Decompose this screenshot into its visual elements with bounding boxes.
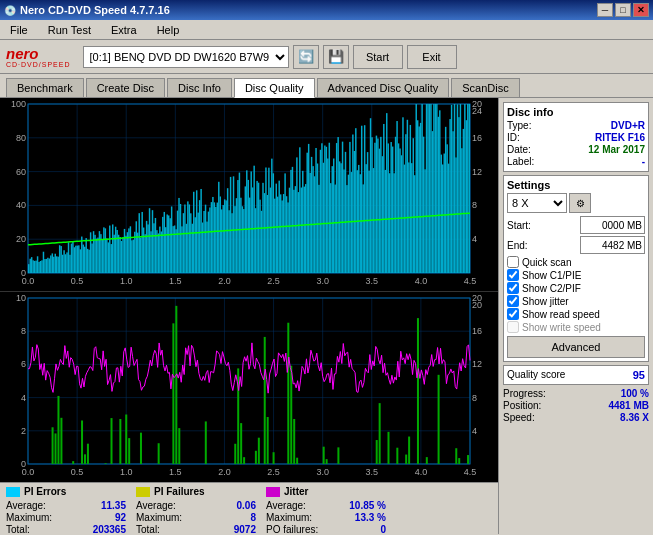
speed-row-prog: Speed: 8.36 X <box>503 412 649 423</box>
pi-failures-avg-val: 0.06 <box>237 500 256 511</box>
show-c2-pif-label: Show C2/PIF <box>522 283 581 294</box>
title-bar: 💿 Nero CD-DVD Speed 4.7.7.16 ─ □ ✕ <box>0 0 653 20</box>
disc-label-val: - <box>642 156 645 167</box>
menu-extra[interactable]: Extra <box>105 22 143 38</box>
pi-failures-max-row: Maximum: 8 <box>136 512 256 523</box>
close-button[interactable]: ✕ <box>633 3 649 17</box>
progress-val: 100 % <box>621 388 649 399</box>
pi-failures-max-label: Maximum: <box>136 512 182 523</box>
jitter-max-label: Maximum: <box>266 512 312 523</box>
settings-section: Settings 8 X ⚙ Start: End: Quick scan <box>503 175 649 362</box>
show-c1-pie-label: Show C1/PIE <box>522 270 581 281</box>
position-label: Position: <box>503 400 541 411</box>
side-panel: Disc info Type: DVD+R ID: RITEK F16 Date… <box>498 98 653 534</box>
toolbar: nero CD·DVD/SPEED [0:1] BENQ DVD DD DW16… <box>0 40 653 74</box>
menu-file[interactable]: File <box>4 22 34 38</box>
show-c2-pif-checkbox[interactable] <box>507 282 519 294</box>
logo-area: nero CD·DVD/SPEED <box>6 46 71 68</box>
settings-title: Settings <box>507 179 645 191</box>
start-button[interactable]: Start <box>353 45 403 69</box>
tabs-bar: Benchmark Create Disc Disc Info Disc Qua… <box>0 74 653 98</box>
disc-info-title: Disc info <box>507 106 645 118</box>
pi-errors-label: PI Errors <box>24 486 66 497</box>
tab-benchmark[interactable]: Benchmark <box>6 78 84 97</box>
jitter-max-val: 13.3 % <box>355 512 386 523</box>
show-jitter-row: Show jitter <box>507 295 645 307</box>
quick-scan-label: Quick scan <box>522 257 571 268</box>
show-jitter-checkbox[interactable] <box>507 295 519 307</box>
quality-section: Quality score 95 <box>503 365 649 385</box>
pi-errors-avg-val: 11.35 <box>101 500 126 511</box>
tab-create-disc[interactable]: Create Disc <box>86 78 165 97</box>
tab-disc-quality[interactable]: Disc Quality <box>234 78 315 98</box>
position-row: Position: 4481 MB <box>503 400 649 411</box>
speed-val: 8.36 X <box>620 412 649 423</box>
end-mb-input[interactable] <box>580 236 645 254</box>
pi-errors-max-val: 92 <box>115 512 126 523</box>
speed-select[interactable]: 8 X <box>507 193 567 213</box>
refresh-icon-btn[interactable]: 🔄 <box>293 45 319 69</box>
quick-scan-checkbox[interactable] <box>507 256 519 268</box>
chart-area: PI Errors Average: 11.35 Maximum: 92 Tot… <box>0 98 498 534</box>
disc-type-val: DVD+R <box>611 120 645 131</box>
tab-advanced-disc-quality[interactable]: Advanced Disc Quality <box>317 78 450 97</box>
quick-scan-row: Quick scan <box>507 256 645 268</box>
pi-failures-avg-row: Average: 0.06 <box>136 500 256 511</box>
disc-date-val: 12 Mar 2017 <box>588 144 645 155</box>
pi-errors-total-row: Total: 203365 <box>6 524 126 535</box>
pi-failures-group: PI Failures Average: 0.06 Maximum: 8 Tot… <box>136 486 256 531</box>
po-failures-label: PO failures: <box>266 524 318 535</box>
disc-info-section: Disc info Type: DVD+R ID: RITEK F16 Date… <box>503 102 649 172</box>
pi-errors-legend-box <box>6 487 20 497</box>
speed-row: 8 X ⚙ <box>507 193 645 213</box>
jitter-group: Jitter Average: 10.85 % Maximum: 13.3 % … <box>266 486 386 531</box>
tab-scandisc[interactable]: ScanDisc <box>451 78 519 97</box>
logo-main: nero <box>6 46 71 61</box>
start-mb-input[interactable] <box>580 216 645 234</box>
bottom-chart <box>0 292 498 482</box>
show-c2-pif-row: Show C2/PIF <box>507 282 645 294</box>
show-write-speed-row: Show write speed <box>507 321 645 333</box>
menu-bar: File Run Test Extra Help <box>0 20 653 40</box>
pi-errors-total-val: 203365 <box>93 524 126 535</box>
minimize-button[interactable]: ─ <box>597 3 613 17</box>
pi-failures-label: PI Failures <box>154 486 205 497</box>
jitter-avg-val: 10.85 % <box>349 500 386 511</box>
pi-errors-avg-row: Average: 11.35 <box>6 500 126 511</box>
menu-help[interactable]: Help <box>151 22 186 38</box>
show-c1-pie-row: Show C1/PIE <box>507 269 645 281</box>
start-mb-row: Start: <box>507 216 645 234</box>
show-read-speed-row: Show read speed <box>507 308 645 320</box>
advanced-button[interactable]: Advanced <box>507 336 645 358</box>
show-read-speed-checkbox[interactable] <box>507 308 519 320</box>
title-bar-left: 💿 Nero CD-DVD Speed 4.7.7.16 <box>4 4 170 16</box>
logo-sub: CD·DVD/SPEED <box>6 61 71 68</box>
main-content: PI Errors Average: 11.35 Maximum: 92 Tot… <box>0 98 653 534</box>
pi-errors-group: PI Errors Average: 11.35 Maximum: 92 Tot… <box>6 486 126 531</box>
stats-bar: PI Errors Average: 11.35 Maximum: 92 Tot… <box>0 482 498 534</box>
tab-disc-info[interactable]: Disc Info <box>167 78 232 97</box>
jitter-po-row: PO failures: 0 <box>266 524 386 535</box>
disc-id-label: ID: <box>507 132 520 143</box>
app-title: Nero CD-DVD Speed 4.7.7.16 <box>20 4 170 16</box>
maximize-button[interactable]: □ <box>615 3 631 17</box>
drive-select[interactable]: [0:1] BENQ DVD DD DW1620 B7W9 <box>83 46 289 68</box>
start-mb-label: Start: <box>507 220 531 231</box>
disc-type-label: Type: <box>507 120 531 131</box>
exit-button[interactable]: Exit <box>407 45 457 69</box>
pi-errors-max-row: Maximum: 92 <box>6 512 126 523</box>
show-write-speed-label: Show write speed <box>522 322 601 333</box>
end-mb-label: End: <box>507 240 528 251</box>
disc-id-row: ID: RITEK F16 <box>507 132 645 143</box>
pi-failures-total-val: 9072 <box>234 524 256 535</box>
menu-run-test[interactable]: Run Test <box>42 22 97 38</box>
end-mb-row: End: <box>507 236 645 254</box>
pi-failures-max-val: 8 <box>250 512 256 523</box>
save-icon-btn[interactable]: 💾 <box>323 45 349 69</box>
disc-date-row: Date: 12 Mar 2017 <box>507 144 645 155</box>
speed-icon-btn[interactable]: ⚙ <box>569 193 591 213</box>
show-c1-pie-checkbox[interactable] <box>507 269 519 281</box>
pi-errors-avg-label: Average: <box>6 500 46 511</box>
quality-score-val: 95 <box>633 369 645 381</box>
quality-score-label: Quality score <box>507 369 565 381</box>
